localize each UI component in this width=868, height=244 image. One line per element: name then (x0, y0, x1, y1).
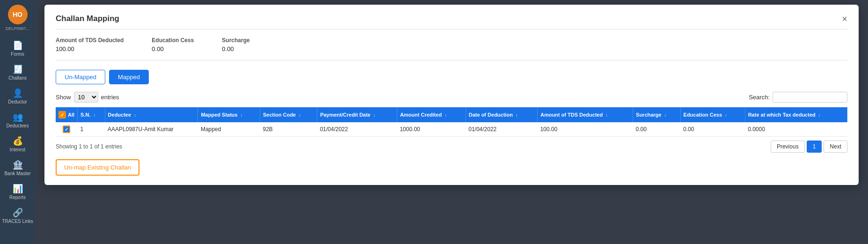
page-1-button[interactable]: 1 (807, 140, 822, 153)
search-section: Search: (749, 92, 847, 103)
data-table: All S.N. ↕ Deductee ↕ (56, 107, 847, 137)
challans-icon: 🧾 (13, 64, 23, 74)
td-amount-credited: 1000.00 (397, 122, 466, 137)
showing-entries-text: Showing 1 to 1 of 1 entries (56, 143, 122, 150)
td-rate-tax: 0.0000 (745, 122, 847, 137)
table-controls: Show 10 25 50 100 entries Search: (56, 92, 847, 103)
deductee-sort-icon[interactable]: ↕ (134, 113, 136, 118)
sidebar-label-reports: Reports (9, 195, 26, 200)
th-date-of-deduction: Date of Deduction ↕ (466, 107, 537, 122)
table-head: All S.N. ↕ Deductee ↕ (56, 107, 847, 122)
sidebar-item-bank-master[interactable]: 🏦 Bank Master (0, 156, 35, 180)
sidebar-item-deductor[interactable]: 👤 Deductor (0, 84, 35, 108)
table-row: 1 AAAPL0987U-Amit Kumar Mapped 92B 01/04… (56, 122, 847, 137)
rate-tax-sort-icon[interactable]: ↕ (818, 113, 821, 118)
next-button[interactable]: Next (824, 140, 847, 153)
section-code-sort-icon[interactable]: ↕ (299, 113, 301, 118)
education-cess-label: Education Cess (152, 37, 194, 44)
previous-button[interactable]: Previous (771, 140, 805, 153)
th-sn: S.N. ↕ (78, 107, 105, 122)
td-deductee: AAAPL0987U-Amit Kumar (105, 122, 198, 137)
deductor-icon: 👤 (13, 88, 23, 98)
summary-tds: Amount of TDS Deducted 100.00 (56, 37, 124, 52)
tds-value: 100.00 (56, 45, 74, 52)
th-education-cess: Education Cess ↕ (680, 107, 745, 122)
modal-overlay: Challan Mapping × Amount of TDS Deducted… (35, 0, 868, 244)
deductees-icon: 👥 (13, 112, 23, 122)
modal-title: Challan Mapping (56, 14, 119, 23)
tab-unmapped[interactable]: Un-Mapped (56, 70, 105, 84)
th-amount-credited: Amount Credited ↕ (397, 107, 466, 122)
amount-tds-sort-icon[interactable]: ↕ (605, 113, 608, 118)
reports-icon: 📊 (13, 184, 23, 194)
th-surcharge: Surcharge ↕ (633, 107, 681, 122)
pagination: Previous 1 Next (771, 140, 847, 153)
date-deduction-sort-icon[interactable]: ↕ (516, 113, 518, 118)
sidebar-label-forms: Forms (11, 52, 24, 57)
th-mapped-status: Mapped Status ↕ (198, 107, 260, 122)
sidebar-label-challans: Challans (8, 75, 27, 81)
td-payment-date: 01/04/2022 (317, 122, 397, 137)
row-checkbox[interactable] (63, 126, 70, 133)
entries-label: entries (101, 94, 119, 101)
main-content: Challan Mapping × Amount of TDS Deducted… (35, 0, 868, 244)
sn-sort-icon[interactable]: ↕ (94, 113, 96, 118)
modal: Challan Mapping × Amount of TDS Deducted… (44, 5, 859, 185)
surcharge-sort-icon[interactable]: ↕ (664, 113, 667, 118)
search-input[interactable] (773, 92, 847, 103)
surcharge-value: 0.00 (222, 45, 233, 52)
education-cess-sort-icon[interactable]: ↕ (725, 113, 727, 118)
forms-icon: 📄 (13, 40, 23, 51)
td-mapped-status: Mapped (198, 122, 260, 137)
amount-credited-sort-icon[interactable]: ↕ (445, 113, 447, 118)
sidebar-item-reports[interactable]: 📊 Reports (0, 180, 35, 204)
deductor-id: DELP0987... (6, 26, 29, 31)
th-payment-credit-date: Payment/Credit Date ↕ (317, 107, 397, 122)
sidebar-item-interest[interactable]: 💰 Interest (0, 132, 35, 156)
th-amount-tds: Amount of TDS Deducted ↕ (537, 107, 633, 122)
sidebar-label-deductees: Deductees (7, 123, 29, 128)
table-body: 1 AAAPL0987U-Amit Kumar Mapped 92B 01/04… (56, 122, 847, 137)
modal-header: Challan Mapping × (56, 14, 847, 30)
sidebar-item-deductees[interactable]: 👥 Deductees (0, 108, 35, 132)
th-all-label: All (68, 112, 74, 118)
page-wrapper: HO DELP0987... 📄 Forms 🧾 Challans 👤 Dedu… (0, 0, 868, 244)
bank-master-icon: 🏦 (13, 160, 23, 170)
traces-icon: 🔗 (13, 207, 23, 218)
sidebar: HO DELP0987... 📄 Forms 🧾 Challans 👤 Dedu… (0, 0, 35, 244)
surcharge-label: Surcharge (222, 37, 249, 44)
select-all-checkbox[interactable] (58, 111, 66, 118)
summary-surcharge: Surcharge 0.00 (222, 37, 249, 52)
table-footer: Showing 1 to 1 of 1 entries Previous 1 N… (56, 140, 847, 153)
th-section-code: Section Code ↕ (260, 107, 317, 122)
sidebar-item-challans[interactable]: 🧾 Challans (0, 60, 35, 84)
td-checkbox[interactable] (56, 122, 78, 137)
td-sn: 1 (78, 122, 105, 137)
th-deductee: Deductee ↕ (105, 107, 198, 122)
summary-education-cess: Education Cess 0.00 (152, 37, 194, 52)
summary-section: Amount of TDS Deducted 100.00 Education … (56, 37, 847, 60)
sidebar-item-traces[interactable]: 🔗 TRACES Links (0, 204, 35, 228)
close-button[interactable]: × (842, 14, 847, 23)
tds-label: Amount of TDS Deducted (56, 37, 124, 44)
th-rate-tax: Rate at which Tax deducted ↕ (745, 107, 847, 122)
sidebar-label-bank-master: Bank Master (4, 171, 30, 176)
payment-date-sort-icon[interactable]: ↕ (373, 113, 376, 118)
sidebar-item-forms[interactable]: 📄 Forms (0, 37, 35, 60)
show-label: Show (56, 94, 71, 101)
avatar: HO (8, 5, 28, 24)
unmap-existing-challan-button[interactable]: Un-map Existing Challan (56, 159, 139, 176)
show-entries: Show 10 25 50 100 entries (56, 92, 119, 103)
sidebar-label-traces: TRACES Links (2, 219, 33, 224)
td-education-cess: 0.00 (680, 122, 745, 137)
th-checkbox[interactable]: All (56, 107, 78, 122)
td-section-code: 92B (260, 122, 317, 137)
td-amount-tds: 100.00 (537, 122, 633, 137)
interest-icon: 💰 (13, 136, 23, 146)
entries-select[interactable]: 10 25 50 100 (74, 92, 98, 103)
tab-mapped[interactable]: Mapped (109, 70, 149, 84)
mapped-status-sort-icon[interactable]: ↕ (241, 113, 243, 118)
education-cess-value: 0.00 (152, 45, 163, 52)
td-date-deduction: 01/04/2022 (466, 122, 537, 137)
sidebar-label-deductor: Deductor (8, 99, 27, 104)
